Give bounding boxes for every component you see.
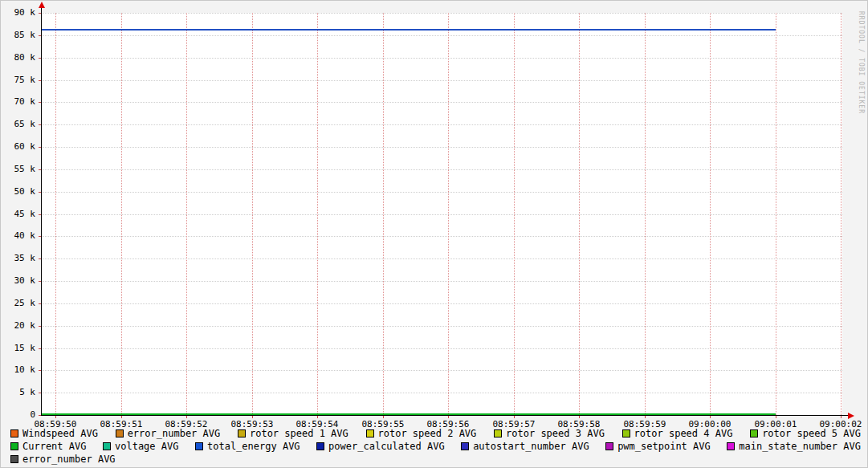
x-tick-mark xyxy=(186,416,187,418)
v-gridline xyxy=(186,13,187,415)
legend-label: Current AVG xyxy=(22,441,86,452)
series-line-current-avg xyxy=(42,413,776,415)
y-tick-label: 65 k xyxy=(1,119,35,129)
legend-swatch-icon xyxy=(10,442,18,450)
y-tick-label: 45 k xyxy=(1,209,35,219)
legend-row: error_number AVG xyxy=(10,453,861,465)
v-gridline xyxy=(841,13,842,415)
legend-label: total_energy AVG xyxy=(207,441,300,452)
legend: Windspeed AVGerror_number AVGrotor speed… xyxy=(10,427,861,466)
v-gridline xyxy=(252,13,253,415)
h-gridline xyxy=(42,58,842,59)
v-gridline xyxy=(514,13,515,415)
legend-label: autostart_number AVG xyxy=(473,441,589,452)
legend-item: error_number AVG xyxy=(10,454,116,465)
legend-swatch-icon xyxy=(116,429,124,437)
series-line-total_energy-avg xyxy=(42,29,776,31)
x-tick-mark xyxy=(579,416,580,418)
x-tick-mark xyxy=(776,416,776,418)
x-tick-mark xyxy=(448,416,449,418)
x-tick-label: 09:00:01 xyxy=(747,419,805,429)
v-gridline xyxy=(317,13,318,415)
legend-swatch-icon xyxy=(622,429,630,437)
legend-item: total_energy AVG xyxy=(195,441,300,452)
h-gridline xyxy=(42,348,842,349)
v-gridline xyxy=(121,13,122,415)
h-gridline xyxy=(42,258,842,259)
legend-item: Current AVG xyxy=(10,441,86,452)
y-tick-label: 90 k xyxy=(1,7,35,18)
y-axis-arrow-icon xyxy=(39,2,45,8)
x-tick-label: 08:59:59 xyxy=(616,419,674,429)
h-gridline xyxy=(42,80,842,81)
legend-swatch-icon xyxy=(461,442,469,450)
h-gridline xyxy=(42,147,842,148)
x-tick-label: 09:00:02 xyxy=(812,419,868,429)
h-gridline xyxy=(42,102,842,103)
x-axis xyxy=(41,415,849,416)
legend-swatch-icon xyxy=(316,442,324,450)
y-tick-label: 5 k xyxy=(1,387,35,397)
legend-swatch-icon xyxy=(605,442,613,450)
x-tick-mark xyxy=(317,416,318,418)
y-tick-label: 35 k xyxy=(1,253,35,263)
legend-label: voltage AVG xyxy=(115,441,178,452)
legend-swatch-icon xyxy=(195,442,203,450)
x-tick-mark xyxy=(252,416,253,418)
h-gridline xyxy=(42,370,842,371)
legend-swatch-icon xyxy=(727,442,735,450)
y-tick-label: 80 k xyxy=(1,52,35,63)
x-tick-mark xyxy=(383,416,384,418)
y-tick-label: 75 k xyxy=(1,75,35,85)
legend-label: error_number AVG xyxy=(22,454,116,465)
v-gridline xyxy=(55,13,56,415)
y-axis xyxy=(41,7,42,416)
x-tick-label: 08:59:56 xyxy=(419,419,477,429)
x-tick-label: 08:59:58 xyxy=(550,419,608,429)
y-tick-label: 60 k xyxy=(1,141,35,152)
h-gridline xyxy=(42,35,842,36)
legend-label: main_state_number AVG xyxy=(739,441,861,452)
x-tick-mark xyxy=(121,416,122,418)
h-gridline xyxy=(42,303,842,304)
rrdtool-graph: RRDTOOL / TOBI OETIKER Windspeed AVGerro… xyxy=(0,0,868,468)
legend-swatch-icon xyxy=(366,429,374,437)
legend-item: pwm_setpoint AVG xyxy=(605,441,711,452)
v-gridline xyxy=(710,13,711,415)
legend-swatch-icon xyxy=(103,442,111,450)
x-tick-label: 08:59:57 xyxy=(485,419,543,429)
h-gridline xyxy=(42,214,842,215)
h-gridline xyxy=(42,326,842,327)
legend-label: power_calculated AVG xyxy=(328,441,445,452)
x-tick-label: 08:59:52 xyxy=(157,419,215,429)
x-tick-label: 08:59:51 xyxy=(92,419,150,429)
legend-swatch-icon xyxy=(750,429,758,437)
v-gridline xyxy=(645,13,646,415)
y-tick-label: 70 k xyxy=(1,96,35,107)
x-tick-label: 08:59:50 xyxy=(26,419,84,429)
legend-item: autostart_number AVG xyxy=(461,441,589,452)
x-tick-label: 08:59:53 xyxy=(223,419,281,429)
legend-swatch-icon xyxy=(10,455,18,463)
h-gridline xyxy=(42,281,842,282)
h-gridline xyxy=(42,169,842,170)
h-gridline xyxy=(42,13,842,14)
y-tick-label: 10 k xyxy=(1,364,35,375)
rrdtool-watermark: RRDTOOL / TOBI OETIKER xyxy=(858,11,865,114)
x-tick-mark xyxy=(55,416,56,418)
legend-label: pwm_setpoint AVG xyxy=(617,441,711,452)
x-tick-label: 08:59:54 xyxy=(288,419,346,429)
y-tick-label: 55 k xyxy=(1,164,35,174)
legend-item: power_calculated AVG xyxy=(316,441,445,452)
v-gridline xyxy=(579,13,580,415)
y-tick-label: 50 k xyxy=(1,186,35,197)
h-gridline xyxy=(42,393,842,393)
legend-swatch-icon xyxy=(10,429,18,437)
x-tick-mark xyxy=(841,416,842,418)
y-tick-label: 25 k xyxy=(1,298,35,308)
h-gridline xyxy=(42,124,842,125)
legend-swatch-icon xyxy=(494,429,502,437)
h-gridline xyxy=(42,192,842,193)
legend-item: voltage AVG xyxy=(103,441,178,452)
h-gridline xyxy=(42,236,842,237)
